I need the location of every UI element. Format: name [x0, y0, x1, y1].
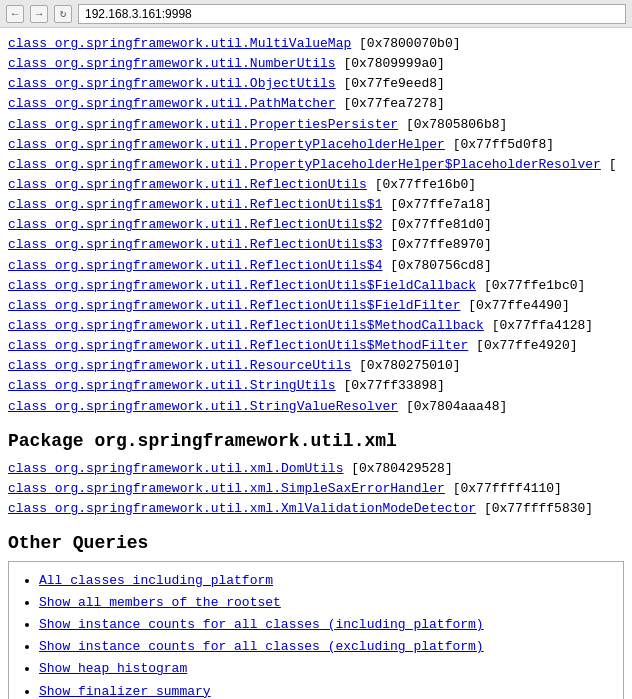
other-queries-header: Other Queries	[8, 533, 624, 553]
queries-list: All classes including platformShow all m…	[21, 570, 615, 699]
class-link[interactable]: class org.springframework.util.PropertyP…	[8, 137, 445, 152]
class-line: class org.springframework.util.PropertyP…	[8, 155, 624, 175]
class-line: class org.springframework.util.NumberUti…	[8, 54, 624, 74]
query-link[interactable]: Show instance counts for all classes (in…	[39, 617, 484, 632]
class-link[interactable]: class org.springframework.util.Reflectio…	[8, 298, 460, 313]
query-list-item: Show all members of the rootset	[39, 592, 615, 614]
xml-class-list: class org.springframework.util.xml.DomUt…	[8, 459, 624, 519]
query-link[interactable]: Show all members of the rootset	[39, 595, 281, 610]
back-button[interactable]: ←	[6, 5, 24, 23]
class-line: class org.springframework.util.ResourceU…	[8, 356, 624, 376]
query-list-item: All classes including platform	[39, 570, 615, 592]
class-link[interactable]: class org.springframework.util.NumberUti…	[8, 56, 336, 71]
xml-section-header: Package org.springframework.util.xml	[8, 431, 624, 451]
class-link[interactable]: class org.springframework.util.Reflectio…	[8, 338, 468, 353]
address-bar[interactable]	[78, 4, 626, 24]
class-link[interactable]: class org.springframework.util.xml.DomUt…	[8, 461, 343, 476]
class-line: class org.springframework.util.Reflectio…	[8, 336, 624, 356]
class-link[interactable]: class org.springframework.util.Reflectio…	[8, 237, 382, 252]
forward-button[interactable]: →	[30, 5, 48, 23]
class-link[interactable]: class org.springframework.util.xml.Simpl…	[8, 481, 445, 496]
class-line: class org.springframework.util.ObjectUti…	[8, 74, 624, 94]
query-list-item: Show finalizer summary	[39, 681, 615, 699]
refresh-button[interactable]: ↻	[54, 5, 72, 23]
browser-toolbar: ← → ↻	[0, 0, 632, 28]
queries-box: All classes including platformShow all m…	[8, 561, 624, 699]
class-line: class org.springframework.util.Reflectio…	[8, 276, 624, 296]
class-line: class org.springframework.util.Propertie…	[8, 115, 624, 135]
class-line: class org.springframework.util.Reflectio…	[8, 175, 624, 195]
class-link[interactable]: class org.springframework.util.Propertie…	[8, 117, 398, 132]
class-link[interactable]: class org.springframework.util.Reflectio…	[8, 217, 382, 232]
query-list-item: Show instance counts for all classes (ex…	[39, 636, 615, 658]
class-link[interactable]: class org.springframework.util.Reflectio…	[8, 278, 476, 293]
class-link[interactable]: class org.springframework.util.Reflectio…	[8, 197, 382, 212]
class-link[interactable]: class org.springframework.util.ResourceU…	[8, 358, 351, 373]
class-link[interactable]: class org.springframework.util.MultiValu…	[8, 36, 351, 51]
class-link[interactable]: class org.springframework.util.Reflectio…	[8, 258, 382, 273]
class-link[interactable]: class org.springframework.util.ObjectUti…	[8, 76, 336, 91]
query-link[interactable]: Show heap histogram	[39, 661, 187, 676]
class-line: class org.springframework.util.PathMatch…	[8, 94, 624, 114]
query-link[interactable]: Show finalizer summary	[39, 684, 211, 699]
query-list-item: Show instance counts for all classes (in…	[39, 614, 615, 636]
class-line: class org.springframework.util.StringUti…	[8, 376, 624, 396]
query-link[interactable]: Show instance counts for all classes (ex…	[39, 639, 484, 654]
query-link[interactable]: All classes including platform	[39, 573, 273, 588]
class-link[interactable]: class org.springframework.util.PathMatch…	[8, 96, 336, 111]
class-line: class org.springframework.util.MultiValu…	[8, 34, 624, 54]
class-link[interactable]: class org.springframework.util.PropertyP…	[8, 157, 601, 172]
class-line: class org.springframework.util.Reflectio…	[8, 316, 624, 336]
class-line: class org.springframework.util.Reflectio…	[8, 195, 624, 215]
query-list-item: Show heap histogram	[39, 658, 615, 680]
class-line: class org.springframework.util.Reflectio…	[8, 215, 624, 235]
class-line: class org.springframework.util.Reflectio…	[8, 296, 624, 316]
class-line: class org.springframework.util.Reflectio…	[8, 235, 624, 255]
class-line: class org.springframework.util.xml.DomUt…	[8, 459, 624, 479]
class-line: class org.springframework.util.xml.Simpl…	[8, 479, 624, 499]
class-line: class org.springframework.util.PropertyP…	[8, 135, 624, 155]
class-link[interactable]: class org.springframework.util.Reflectio…	[8, 177, 367, 192]
class-link[interactable]: class org.springframework.util.xml.XmlVa…	[8, 501, 476, 516]
util-class-list: class org.springframework.util.MultiValu…	[8, 34, 624, 417]
class-link[interactable]: class org.springframework.util.StringVal…	[8, 399, 398, 414]
class-line: class org.springframework.util.StringVal…	[8, 397, 624, 417]
class-link[interactable]: class org.springframework.util.Reflectio…	[8, 318, 484, 333]
class-line: class org.springframework.util.xml.XmlVa…	[8, 499, 624, 519]
page-content: class org.springframework.util.MultiValu…	[0, 28, 632, 699]
class-line: class org.springframework.util.Reflectio…	[8, 256, 624, 276]
class-link[interactable]: class org.springframework.util.StringUti…	[8, 378, 336, 393]
